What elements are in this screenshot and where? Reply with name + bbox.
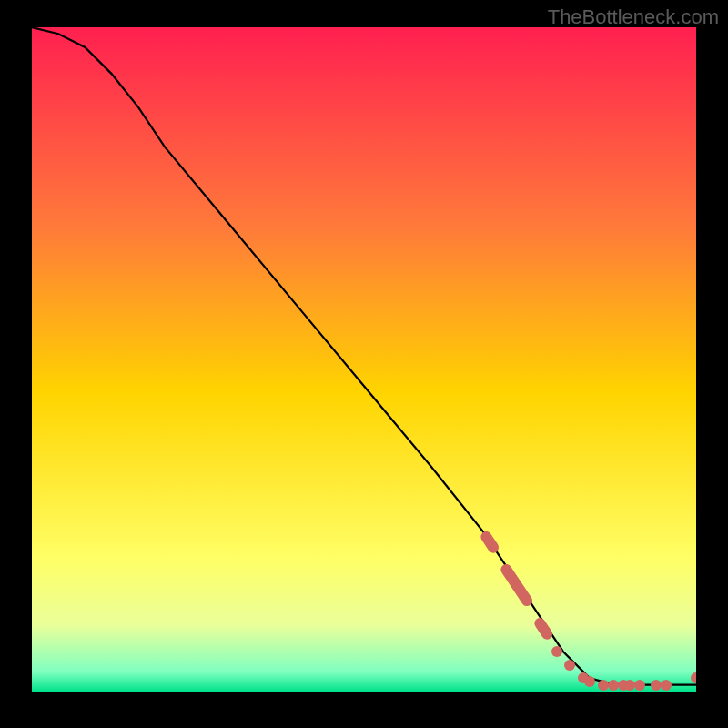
highlight-dot	[564, 660, 575, 671]
highlight-dot	[584, 676, 595, 687]
chart-curve	[32, 27, 696, 692]
highlight-dot	[634, 680, 645, 691]
highlight-dot	[551, 646, 562, 657]
highlight-dot	[691, 672, 696, 683]
watermark-text: TheBottleneck.com	[548, 5, 719, 29]
chart-plot-area	[32, 27, 696, 692]
highlight-dot	[661, 680, 672, 691]
